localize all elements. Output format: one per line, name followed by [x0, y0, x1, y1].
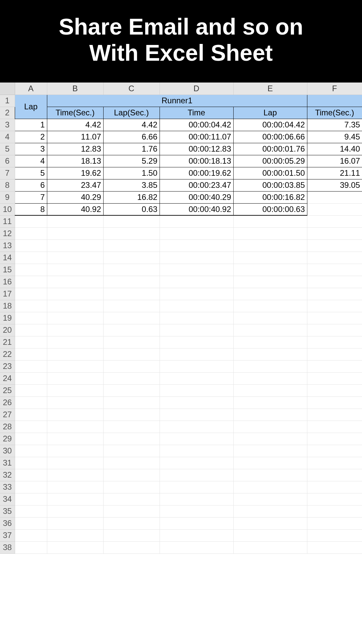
empty-cell[interactable] [103, 433, 160, 445]
empty-cell[interactable] [47, 517, 103, 529]
row-header[interactable]: 33 [0, 481, 15, 493]
spreadsheet[interactable]: ABCDEF1LapRunner12Time(Sec.)Lap(Sec.)Tim… [0, 83, 362, 554]
empty-cell[interactable] [103, 541, 160, 553]
empty-cell[interactable] [233, 396, 307, 409]
empty-cell[interactable] [103, 276, 160, 288]
header-runner1[interactable]: Runner1 [47, 95, 307, 107]
header-time-sec-f[interactable]: Time(Sec.) [307, 107, 362, 119]
empty-cell[interactable] [307, 433, 362, 445]
empty-cell[interactable] [103, 517, 160, 529]
empty-cell[interactable] [15, 215, 47, 227]
empty-cell[interactable] [103, 312, 160, 324]
column-header-F[interactable]: F [307, 83, 362, 95]
cell-D7[interactable]: 00:00:19.62 [160, 167, 233, 179]
cell-D9[interactable]: 00:00:40.29 [160, 191, 233, 203]
header-time-sec[interactable]: Time(Sec.) [47, 107, 103, 119]
row-header[interactable]: 10 [0, 203, 15, 215]
column-header-A[interactable]: A [15, 83, 47, 95]
row-header[interactable]: 3 [0, 119, 15, 131]
empty-cell[interactable] [15, 264, 47, 276]
empty-cell[interactable] [307, 360, 362, 372]
empty-cell[interactable] [307, 529, 362, 541]
row-header[interactable]: 19 [0, 312, 15, 324]
empty-cell[interactable] [307, 372, 362, 384]
empty-cell[interactable] [307, 384, 362, 396]
empty-cell[interactable] [160, 481, 233, 493]
empty-cell[interactable] [307, 505, 362, 517]
empty-cell[interactable] [15, 529, 47, 541]
empty-cell[interactable] [15, 276, 47, 288]
empty-cell[interactable] [103, 421, 160, 433]
empty-cell[interactable] [307, 517, 362, 529]
empty-cell[interactable] [233, 300, 307, 312]
cell-B6[interactable]: 18.13 [47, 155, 103, 167]
empty-cell[interactable] [160, 493, 233, 505]
empty-cell[interactable] [233, 372, 307, 384]
cell-E8[interactable]: 00:00:03.85 [233, 179, 307, 191]
empty-cell[interactable] [15, 312, 47, 324]
row-header[interactable]: 25 [0, 384, 15, 396]
empty-cell[interactable] [47, 324, 103, 336]
empty-cell[interactable] [47, 348, 103, 360]
empty-cell[interactable] [307, 264, 362, 276]
empty-cell[interactable] [307, 252, 362, 264]
row-header[interactable]: 13 [0, 239, 15, 252]
row-header[interactable]: 34 [0, 493, 15, 505]
row-header[interactable]: 9 [0, 191, 15, 203]
empty-cell[interactable] [47, 372, 103, 384]
cell-E6[interactable]: 00:00:05.29 [233, 155, 307, 167]
empty-cell[interactable] [103, 481, 160, 493]
empty-cell[interactable] [15, 409, 47, 421]
empty-cell[interactable] [47, 288, 103, 300]
empty-cell[interactable] [233, 384, 307, 396]
empty-cell[interactable] [307, 312, 362, 324]
row-header[interactable]: 26 [0, 396, 15, 409]
row-header[interactable]: 29 [0, 433, 15, 445]
row-header[interactable]: 24 [0, 372, 15, 384]
cell-A4[interactable]: 2 [15, 131, 47, 143]
empty-cell[interactable] [160, 469, 233, 481]
cell-A6[interactable]: 4 [15, 155, 47, 167]
column-header-B[interactable]: B [47, 83, 103, 95]
header-lap-col[interactable]: Lap [233, 107, 307, 119]
empty-cell[interactable] [103, 360, 160, 372]
row-header[interactable]: 18 [0, 300, 15, 312]
row-header[interactable]: 2 [0, 107, 15, 119]
empty-cell[interactable] [233, 505, 307, 517]
empty-cell[interactable] [15, 541, 47, 553]
empty-cell[interactable] [160, 372, 233, 384]
empty-cell[interactable] [15, 336, 47, 348]
cell-E7[interactable]: 00:00:01.50 [233, 167, 307, 179]
empty-cell[interactable] [47, 457, 103, 469]
row-header[interactable]: 12 [0, 227, 15, 239]
empty-cell[interactable] [160, 276, 233, 288]
row-header[interactable]: 35 [0, 505, 15, 517]
row-header[interactable]: 4 [0, 131, 15, 143]
empty-cell[interactable] [47, 300, 103, 312]
empty-cell[interactable] [103, 457, 160, 469]
empty-cell[interactable] [160, 421, 233, 433]
row-header[interactable]: 5 [0, 143, 15, 155]
column-header-C[interactable]: C [103, 83, 160, 95]
empty-cell[interactable] [160, 360, 233, 372]
cell-C6[interactable]: 5.29 [103, 155, 160, 167]
cell-A3[interactable]: 1 [15, 119, 47, 131]
cell-D6[interactable]: 00:00:18.13 [160, 155, 233, 167]
empty-cell[interactable] [307, 469, 362, 481]
empty-cell[interactable] [47, 239, 103, 252]
empty-cell[interactable] [103, 348, 160, 360]
row-header[interactable]: 28 [0, 421, 15, 433]
empty-cell[interactable] [160, 505, 233, 517]
empty-cell[interactable] [233, 348, 307, 360]
empty-cell[interactable] [307, 493, 362, 505]
empty-cell[interactable] [233, 445, 307, 457]
empty-cell[interactable] [233, 409, 307, 421]
empty-cell[interactable] [233, 215, 307, 227]
cell-D4[interactable]: 00:00:11.07 [160, 131, 233, 143]
cell-B7[interactable]: 19.62 [47, 167, 103, 179]
empty-cell[interactable] [47, 493, 103, 505]
empty-cell[interactable] [47, 445, 103, 457]
empty-cell[interactable] [307, 215, 362, 227]
empty-cell[interactable] [233, 360, 307, 372]
empty-cell[interactable] [233, 336, 307, 348]
